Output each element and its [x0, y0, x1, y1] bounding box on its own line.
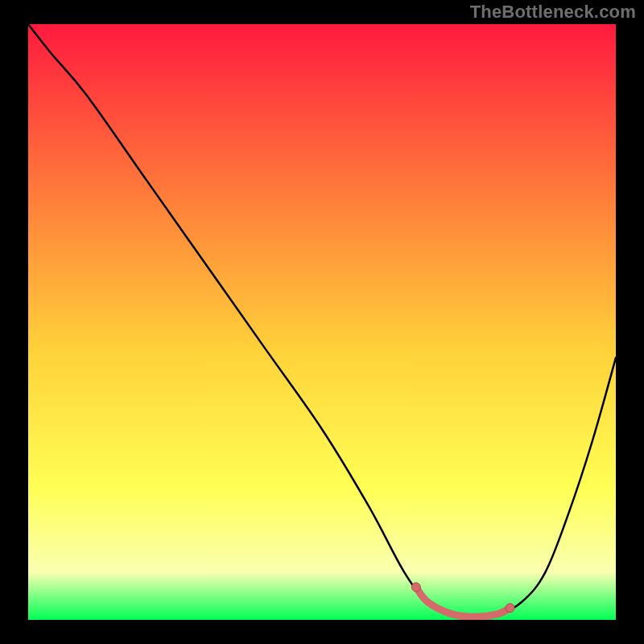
valley-marker-dot — [411, 583, 420, 592]
valley-marker-dot — [506, 604, 514, 613]
chart-stage: TheBottleneck.com — [0, 0, 644, 644]
plot-background — [28, 24, 616, 620]
bottleneck-chart — [0, 0, 644, 644]
